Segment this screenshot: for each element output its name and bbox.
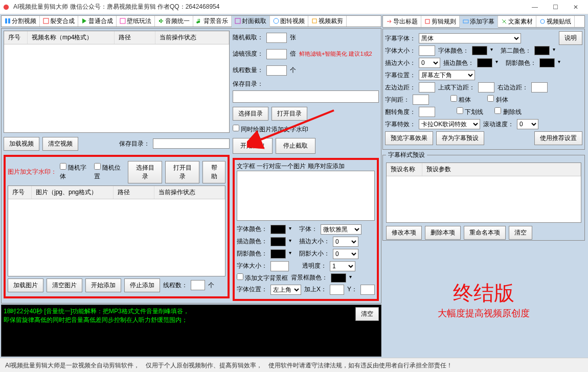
load-video-button[interactable]: 加载视频 [4, 137, 39, 151]
col-path: 路径 [115, 31, 155, 44]
close-button[interactable]: ✕ [566, 0, 586, 14]
choose-dir-button-wm[interactable]: 选择目录 [128, 161, 162, 183]
tab-video-crop[interactable]: 视频裁剪 [308, 16, 347, 27]
tab-wallpaper[interactable]: 壁纸玩法 [117, 16, 155, 27]
tab-edit-rules[interactable]: 剪辑规则 [421, 16, 460, 27]
sub-color2[interactable] [534, 46, 550, 55]
left-margin[interactable] [419, 82, 435, 92]
col-status: 当前操作状态 [154, 186, 225, 199]
save-dir-input-top[interactable] [153, 138, 230, 149]
tab-split-video[interactable]: 分割视频 [2, 16, 40, 27]
start-add-button[interactable]: 开始添加 [85, 278, 121, 292]
font-size-input[interactable] [270, 261, 289, 271]
rand-pos-check[interactable]: 随机位置 [94, 163, 125, 181]
stop-capture-button[interactable]: 停止截取 [276, 138, 315, 154]
tab-add-subtitle[interactable]: 添加字幕 [460, 16, 498, 28]
left-tabbar: 分割视频 裂变合成 普通合成 壁纸玩法 音频统一 背景音乐 封面截取 图转视频 … [1, 15, 381, 27]
font-pos-select[interactable]: 左上角 [270, 285, 301, 295]
threads-input[interactable] [191, 280, 205, 290]
scroll-select[interactable]: 0 [517, 119, 538, 129]
clear-preset-button[interactable]: 清空 [509, 226, 532, 240]
watermark-text-input[interactable] [237, 171, 375, 221]
sub-font-size[interactable] [419, 45, 435, 56]
clear-image-button[interactable]: 清空图片 [47, 278, 82, 292]
svg-rect-0 [5, 18, 7, 24]
svg-rect-10 [312, 19, 316, 23]
video-grid: 序号 视频名称（mp4格式） 路径 当前操作状态 [4, 31, 230, 133]
font-family-select[interactable]: 黑体 [419, 33, 521, 43]
col-index: 序号 [4, 31, 28, 44]
col-path: 路径 [114, 186, 154, 199]
tab-img-to-video[interactable]: 图转视频 [270, 16, 308, 27]
start-capture-button[interactable]: 开始截取 [233, 138, 273, 154]
preview-subtitle-button[interactable]: 预览字幕效果 [385, 131, 433, 145]
tab-copy-material[interactable]: 文案素材 [498, 16, 536, 27]
italic-check[interactable]: 斜体 [487, 95, 508, 104]
shadow-size-select[interactable]: 0 [333, 249, 358, 259]
watermark-title: 图片加文字水印： [8, 168, 57, 176]
rand-cap-input[interactable] [266, 33, 287, 43]
clear-video-button[interactable]: 清空视频 [42, 137, 78, 151]
bg-color-picker[interactable] [331, 273, 346, 283]
stop-add-button[interactable]: 停止添加 [124, 278, 160, 292]
stroke-size-select[interactable]: 0 [333, 237, 358, 247]
filter-input[interactable] [266, 49, 287, 59]
thread-count-input[interactable] [266, 65, 287, 76]
tab-export-title[interactable]: 导出标题 [383, 16, 421, 27]
explain-button[interactable]: 说明 [559, 31, 582, 45]
open-dir-button[interactable]: 打开目录 [272, 107, 307, 121]
help-button[interactable]: 帮助 [202, 161, 225, 183]
rules-icon [424, 18, 431, 25]
spacing-input[interactable] [413, 95, 429, 105]
minimize-button[interactable]: — [525, 0, 545, 14]
preset-legend: 字幕样式预设 [386, 151, 427, 159]
sub-shadow-color[interactable] [539, 58, 555, 67]
use-recommended-button[interactable]: 使用推荐设置 [534, 131, 582, 145]
y-input[interactable] [360, 285, 375, 295]
right-margin[interactable] [531, 82, 548, 92]
play-icon [81, 18, 87, 24]
choose-dir-button[interactable]: 选择目录 [233, 107, 268, 121]
rename-preset-button[interactable]: 重命名本项 [464, 226, 506, 240]
tab-normal-merge[interactable]: 普通合成 [78, 16, 117, 27]
tab-audio-unify[interactable]: 音频统一 [155, 16, 193, 27]
tab-cover-capture[interactable]: 封面截取 [232, 16, 270, 27]
sticker-icon [539, 18, 546, 25]
bold-check[interactable]: 粗体 [450, 95, 471, 104]
split-icon [5, 18, 11, 24]
effect-select[interactable]: 卡拉OK歌词特效 [419, 119, 480, 129]
font-color-picker[interactable] [270, 225, 286, 234]
tab-bgm[interactable]: 背景音乐 [193, 16, 232, 27]
opacity-select[interactable]: 1 [330, 261, 355, 271]
rand-font-check[interactable]: 随机字体 [60, 163, 91, 181]
open-dir-button-wm[interactable]: 打开目录 [165, 161, 199, 183]
shadow-color-picker[interactable] [270, 249, 286, 259]
add-bg-check[interactable]: 添加文字背景框 [237, 273, 288, 283]
sub-font-color[interactable] [472, 46, 487, 55]
maximize-button[interactable]: ☐ [545, 0, 566, 14]
tb-margin[interactable] [478, 82, 494, 92]
sub-pos-select[interactable]: 屏幕左下角 [419, 70, 475, 80]
modify-preset-button[interactable]: 修改本项 [386, 226, 422, 240]
stroke-color-picker[interactable] [270, 237, 286, 246]
save-preset-button[interactable]: 存为字幕预设 [436, 131, 484, 145]
log-line: 即保留旋律高低的同时把音量高低差同步控制在人听力舒缓范围内； [4, 316, 379, 324]
font-select[interactable]: 微软雅黑 [321, 224, 361, 235]
threads-label: 线程数： [163, 281, 188, 290]
delete-preset-button[interactable]: 删除本项 [425, 226, 461, 240]
tab-video-sticker[interactable]: 视频贴纸 [536, 16, 575, 27]
tab-fission[interactable]: 裂变合成 [40, 16, 78, 27]
sub-stroke-color[interactable] [477, 58, 492, 67]
addx-input[interactable] [330, 285, 344, 295]
img2vid-icon [273, 18, 279, 24]
add-watermark-check[interactable]: 同时给图片添加文字水印 [233, 125, 379, 134]
clear-log-button[interactable]: 清空 [355, 307, 379, 321]
save-dir-input[interactable] [233, 90, 379, 103]
sub-stroke-size[interactable]: 0 [419, 58, 440, 68]
svg-marker-3 [82, 18, 86, 24]
strike-check[interactable]: 删除线 [494, 107, 521, 117]
angle-input[interactable] [419, 107, 435, 117]
load-image-button[interactable]: 加载图片 [8, 278, 43, 292]
rand-cap-label: 随机截取： [233, 33, 263, 42]
underline-check[interactable]: 下划线 [457, 107, 483, 117]
